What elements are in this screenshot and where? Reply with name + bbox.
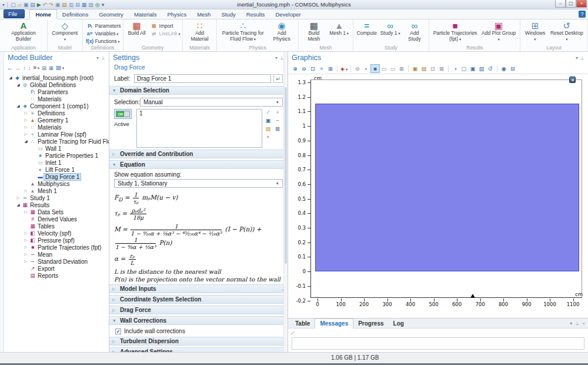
include-wall-corrections-checkbox[interactable]: ✓ [115, 328, 121, 334]
tab-physics[interactable]: Physics [162, 10, 192, 19]
tree-item-laminar-flow-spf[interactable]: ▷≈Laminar Flow (spf) [4, 131, 109, 138]
selection-dropdown[interactable]: Manual ▼ [140, 98, 283, 107]
tree-item-tables[interactable]: ▦Tables [4, 223, 109, 230]
panel-menu-icon[interactable]: ▾ [275, 55, 278, 61]
expand-all-icon[interactable]: ⊞ [49, 65, 54, 72]
delete-icon[interactable]: ⊟ [75, 2, 80, 8]
tree-item-definitions[interactable]: ▷≡Definitions [4, 110, 109, 117]
go-to-view-icon[interactable] [569, 77, 576, 83]
section-coordinate-system[interactable]: ▷ Coordinate System Selection [109, 295, 288, 304]
import-button[interactable]: ⊞Import [149, 22, 181, 29]
section-override-contribution[interactable]: ▷ Override and Contribution [109, 150, 288, 158]
expand-icon[interactable]: ▷ [23, 132, 29, 137]
copy-image-icon[interactable]: ▣ [411, 65, 419, 72]
application-builder-button[interactable]: AApplication Builder [2, 20, 45, 42]
perspective-view-icon[interactable]: ▣ [469, 65, 477, 72]
paste-selection-icon[interactable]: ▤ [264, 125, 272, 132]
expand-icon[interactable]: ▷ [23, 118, 29, 122]
expand-icon[interactable]: ▷ [23, 252, 29, 257]
tab-home[interactable]: Home [29, 9, 56, 19]
close-panel-icon[interactable]: × [582, 321, 585, 326]
go-forward-icon[interactable]: → [15, 65, 21, 72]
functions-button[interactable]: f(x)Functions [85, 37, 121, 45]
zoom-out-icon[interactable]: ⊖ [300, 65, 308, 72]
tree-item-lift-force-1[interactable]: ◐Lift Force 1 [4, 166, 109, 173]
go-back-icon[interactable]: ← [7, 65, 13, 72]
tab-geometry[interactable]: Geometry [93, 10, 129, 19]
show-options-icon[interactable]: ≡ [34, 64, 40, 72]
mesh-1-button[interactable]: ▲Mesh 1 [328, 20, 351, 37]
clear-messages-icon[interactable]: ∕ [292, 330, 294, 336]
expand-icon[interactable]: ▷ [23, 259, 29, 264]
save-preview-icon[interactable]: ▤ [30, 2, 35, 8]
label-input[interactable]: Drag Force 1 [134, 74, 271, 83]
show-grid-icon[interactable]: ⊘ [353, 65, 362, 72]
zoom-to-selection-icon[interactable]: ⌖ [264, 134, 272, 140]
build-all-button[interactable]: ▦Build All [125, 20, 149, 37]
duplicate-icon[interactable]: ▥ [69, 2, 74, 8]
active-toggle[interactable]: ON [114, 109, 132, 119]
tree-item-export[interactable]: ↗Export [4, 265, 109, 272]
tree-item-standard-deviation[interactable]: ▷∼Standard Deviation [4, 258, 109, 265]
tab-progress[interactable]: Progress [353, 319, 388, 328]
collapse-icon[interactable]: ◢ [15, 82, 21, 87]
add-physics-button[interactable]: ◉Add Physics [267, 20, 296, 42]
section-equation[interactable]: ▼ Equation [109, 160, 288, 169]
expand-icon[interactable]: ▷ [23, 111, 29, 115]
particle-tracing-for-fluid-flow-button[interactable]: ∴Particle Tracing for Fluid Flow [219, 20, 267, 42]
section-domain-selection[interactable]: ▼ Domain Selection [109, 86, 288, 95]
zoom-extents-icon[interactable]: ⌖ [318, 65, 326, 72]
copy-selection-icon[interactable]: ▣ [264, 117, 272, 124]
tab-table[interactable]: Table [290, 319, 315, 328]
orthographic-view-icon[interactable]: ▢ [460, 65, 468, 72]
section-drag-force[interactable]: ▷ Drag Force [109, 306, 288, 314]
tab-study[interactable]: Study [216, 10, 240, 19]
add-study-button[interactable]: ∞Add Study [402, 20, 427, 42]
transparency-icon[interactable]: ◑ [451, 65, 459, 72]
tree-item-geometry-1[interactable]: ▷▲Geometry 1 [4, 117, 109, 124]
expand-icon[interactable]: ▷ [23, 188, 29, 193]
rotate-view-icon[interactable]: ↺ [486, 65, 495, 72]
select-table-icon[interactable]: ▦ [82, 2, 87, 8]
pin-icon[interactable]: ⊥ [575, 321, 579, 326]
tab-materials[interactable]: Materials [129, 10, 162, 19]
windows-button[interactable]: ⊞Windows [522, 20, 547, 42]
tree-item-pressure-spf[interactable]: ▷◧Pressure (spf) [4, 237, 109, 244]
pin-icon[interactable]: ⊥ [101, 55, 105, 61]
file-menu-button[interactable]: File [4, 9, 25, 18]
view-all-icon[interactable]: ⊞ [326, 65, 335, 72]
background-color-icon[interactable]: ◐ [362, 65, 370, 72]
redo-icon[interactable]: ↷ [49, 2, 54, 8]
tree-item-inlet-1[interactable]: ▭Inlet 1 [4, 159, 109, 166]
save-file-icon[interactable]: ▣ [24, 2, 29, 8]
undo-icon[interactable]: ↶ [43, 2, 48, 8]
hide-objects-icon[interactable]: ⊠ [397, 65, 406, 72]
minimize-button[interactable]: – [555, 0, 566, 8]
compute-button[interactable]: =Compute [355, 20, 379, 37]
panel-menu-icon[interactable]: ▾ [576, 55, 578, 61]
settings-scrollbar[interactable] [283, 52, 288, 352]
section-model-inputs[interactable]: ▷ Model Inputs ∕ [109, 284, 288, 293]
collapse-icon[interactable]: ◢ [15, 203, 21, 207]
tree-item-component-1-comp1[interactable]: ◢◈Component 1 (comp1) [4, 102, 109, 110]
tree-item-study-1[interactable]: ▷∞Study 1 [4, 194, 109, 201]
open-file-icon[interactable]: ▱ [18, 2, 22, 8]
qat-more-icon[interactable]: ▾ [102, 2, 105, 8]
collapse-icon[interactable]: ◢ [8, 75, 14, 80]
tab-log[interactable]: Log [389, 319, 409, 328]
new-file-icon[interactable]: ▢ [11, 2, 16, 8]
messages-text-area[interactable] [292, 337, 584, 350]
tab-messages[interactable]: Messages [315, 318, 353, 328]
expand-icon[interactable]: ▷ [23, 245, 29, 250]
reset-table-icon[interactable]: ▧ [88, 2, 93, 8]
help-button[interactable]: ? [579, 11, 586, 18]
paste-icon[interactable]: ▤ [62, 2, 67, 8]
tree-item-inertial-focusing-mph-root[interactable]: ◢◆inertial_focusing.mph (root) [4, 74, 109, 81]
label-visibility-icon[interactable]: ▭ [389, 65, 397, 72]
particle-trajectories-fpt-button[interactable]: ■Particle Trajectories (fpt) [431, 20, 479, 42]
study-1-button[interactable]: ∞Study 1 [379, 20, 402, 37]
expand-icon[interactable]: ▷ [23, 238, 29, 243]
tree-item-particle-properties-1[interactable]: ∗Particle Properties 1 [4, 152, 109, 159]
remove-from-selection-icon[interactable]: − [273, 117, 282, 124]
reset-desktop-button[interactable]: ↺Reset Desktop [548, 20, 586, 42]
